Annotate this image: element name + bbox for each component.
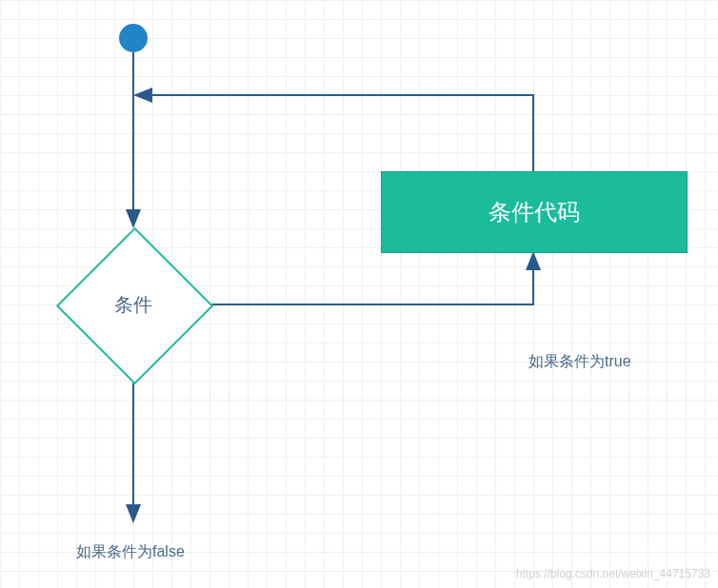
false-branch-label: 如果条件为false bbox=[76, 542, 185, 562]
condition-label: 条件 bbox=[57, 228, 209, 381]
flowchart-canvas: 条件代码 条件 如果条件为true 如果条件为false https://blo… bbox=[0, 0, 718, 588]
code-block-label: 条件代码 bbox=[489, 197, 580, 227]
watermark-text: https://blog.csdn.net/weixin_44715733 bbox=[516, 567, 710, 580]
start-node bbox=[119, 24, 148, 52]
condition-node: 条件 bbox=[57, 228, 209, 381]
true-branch-label: 如果条件为true bbox=[529, 352, 631, 372]
code-block-node: 条件代码 bbox=[381, 171, 688, 253]
